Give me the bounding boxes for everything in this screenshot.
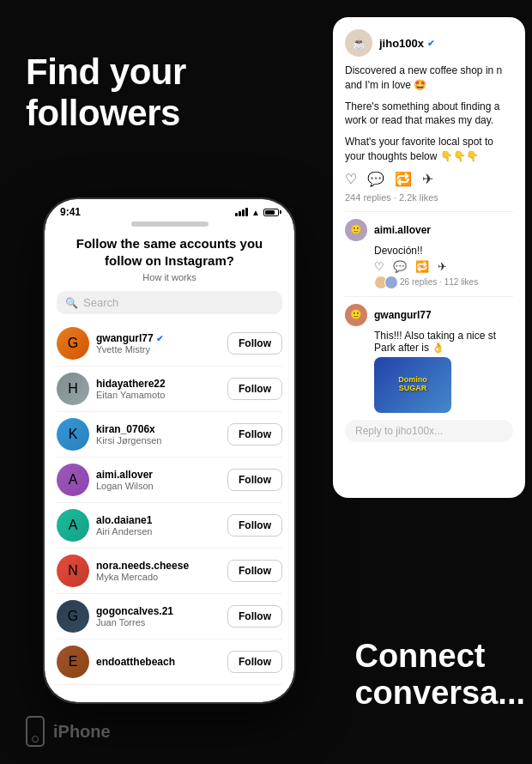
user-row: A aimi.allover Logan Wilson Follow	[57, 458, 282, 503]
display-name: Logan Wilson	[96, 481, 227, 491]
left-panel: Find your followers 9:41 ▲	[0, 0, 343, 764]
status-icons: ▲	[235, 208, 279, 217]
user-row: E endoatthebeach Follow	[57, 640, 282, 685]
comment-icon[interactable]: 💬	[367, 171, 384, 187]
follow-button[interactable]: Follow	[227, 560, 282, 582]
search-icon: 🔍	[65, 297, 78, 309]
phone-outline-icon	[26, 716, 45, 747]
iphone-label: iPhone	[53, 722, 111, 742]
headline-line2: followers	[26, 93, 186, 134]
reply-1-share-icon[interactable]: ✈	[438, 260, 447, 273]
avatar: N	[57, 555, 89, 587]
thread-divider	[345, 211, 513, 212]
display-name: Myka Mercado	[96, 572, 227, 582]
iphone-label-area: iPhone	[26, 716, 111, 747]
thread-divider-2	[345, 296, 513, 297]
reply-1-avatar: 🙂	[345, 219, 367, 241]
follow-button[interactable]: Follow	[227, 378, 282, 400]
user-row: A alo.daiane1 Airi Andersen Follow	[57, 503, 282, 549]
user-info: hidayathere22 Eitan Yamamoto	[96, 378, 227, 400]
share-icon[interactable]: ✈	[422, 171, 433, 187]
phone-screen: 9:41 ▲ Follow the	[45, 199, 294, 702]
reply-1-user: 🙂 aimi.allover	[345, 219, 513, 241]
display-name: Yvette Mistry	[96, 344, 227, 355]
headline: Find your followers	[26, 52, 186, 135]
reply-2-username: gwangurl77	[374, 309, 432, 321]
verified-badge: ✔	[156, 334, 163, 343]
phone-notch	[131, 221, 209, 227]
battery-icon	[263, 209, 279, 216]
user-info: aimi.allover Logan Wilson	[96, 469, 227, 491]
reply-1-actions: ♡ 💬 🔁 ✈	[345, 260, 513, 273]
avatar: H	[57, 373, 89, 405]
status-time: 9:41	[60, 206, 81, 218]
reply-block-2: 🙂 gwangurl77 This!!! Also taking a nice …	[345, 304, 513, 413]
username: nora.needs.cheese	[96, 560, 227, 572]
connect-line2: conversa...	[354, 675, 525, 712]
display-name: Juan Torres	[96, 617, 227, 628]
username: aimi.allover	[96, 469, 227, 481]
display-name: Eitan Yamamoto	[96, 390, 227, 400]
user-info: gwangurl77✔ Yvette Mistry	[96, 332, 227, 355]
user-row: K kiran_0706x Kirsi Jørgensen Follow	[57, 412, 282, 458]
signal-bars-icon	[235, 208, 248, 216]
follow-button[interactable]: Follow	[227, 469, 282, 491]
follow-button[interactable]: Follow	[227, 514, 282, 537]
reply-1-repost-icon[interactable]: 🔁	[415, 260, 429, 273]
reply-input-bar[interactable]: Reply to jiho100x...	[345, 420, 513, 442]
user-row: G gogoncalves.21 Juan Torres Follow	[57, 594, 282, 640]
username: alo.daiane1	[96, 514, 227, 526]
screen-content: Follow the same accounts you follow on I…	[45, 235, 294, 685]
reply-2-user: 🙂 gwangurl77	[345, 304, 513, 326]
follow-button[interactable]: Follow	[227, 605, 282, 628]
follow-button[interactable]: Follow	[227, 332, 282, 355]
avatar: K	[57, 418, 89, 451]
display-name: Airi Andersen	[96, 526, 227, 537]
status-bar: 9:41 ▲	[45, 199, 294, 221]
reply-input-placeholder: Reply to jiho100x...	[355, 425, 443, 437]
connect-text: Connect conversa...	[354, 638, 525, 712]
reply-1-stats: 26 replies · 112 likes	[345, 276, 513, 289]
user-info: endoatthebeach	[96, 656, 227, 668]
reply-1-comment-icon[interactable]: 💬	[393, 260, 407, 273]
search-bar[interactable]: 🔍 Search	[57, 291, 282, 314]
connect-line1: Connect	[354, 638, 525, 676]
thread-stats: 244 replies · 2.2k likes	[345, 192, 513, 203]
search-placeholder: Search	[83, 296, 118, 309]
thread-author-avatar: ☕	[345, 29, 372, 57]
thread-author-name: jiho100x ✔	[379, 37, 434, 50]
avatar: G	[57, 327, 89, 360]
thread-post-text-1: Discovered a new coffee shop in n and I'…	[345, 64, 513, 93]
phone-mockup: 9:41 ▲ Follow the	[43, 197, 296, 704]
follow-title: Follow the same accounts you follow on I…	[57, 235, 282, 269]
reply-block-1: 🙂 aimi.allover Devoción!! ♡ 💬 🔁 ✈ 26 rep…	[345, 219, 513, 289]
avatar: A	[57, 509, 89, 542]
heart-icon[interactable]: ♡	[345, 171, 357, 187]
user-row: N nora.needs.cheese Myka Mercado Follow	[57, 549, 282, 594]
how-it-works: How it works	[57, 272, 282, 282]
thread-post-text-2: There's something about finding a work o…	[345, 100, 513, 129]
headline-line1: Find your	[26, 52, 186, 93]
right-panel: ☕ jiho100x ✔ Discovered a new coffee sho…	[326, 0, 532, 764]
thread-card: ☕ jiho100x ✔ Discovered a new coffee sho…	[333, 17, 525, 498]
user-row: G gwangurl77✔ Yvette Mistry Follow	[57, 321, 282, 367]
avatar: G	[57, 600, 89, 633]
display-name: Kirsi Jørgensen	[96, 435, 227, 446]
repost-icon[interactable]: 🔁	[395, 171, 412, 187]
username: gwangurl77✔	[96, 332, 227, 344]
user-row: H hidayathere22 Eitan Yamamoto Follow	[57, 367, 282, 412]
user-info: kiran_0706x Kirsi Jørgensen	[96, 423, 227, 446]
thread-author-row: ☕ jiho100x ✔	[345, 29, 513, 57]
follow-button[interactable]: Follow	[227, 423, 282, 446]
user-list: G gwangurl77✔ Yvette Mistry FollowH hida…	[57, 321, 282, 685]
avatar: E	[57, 646, 89, 678]
reply-2-text: This!!! Also taking a nice st Park after…	[345, 330, 513, 354]
domino-image: DominoSUGAR	[374, 357, 451, 413]
reply-1-heart-icon[interactable]: ♡	[374, 260, 384, 273]
avatar: A	[57, 464, 89, 496]
user-info: alo.daiane1 Airi Andersen	[96, 514, 227, 537]
user-info: nora.needs.cheese Myka Mercado	[96, 560, 227, 582]
user-info: gogoncalves.21 Juan Torres	[96, 605, 227, 628]
username: endoatthebeach	[96, 656, 227, 668]
follow-button[interactable]: Follow	[227, 651, 282, 673]
